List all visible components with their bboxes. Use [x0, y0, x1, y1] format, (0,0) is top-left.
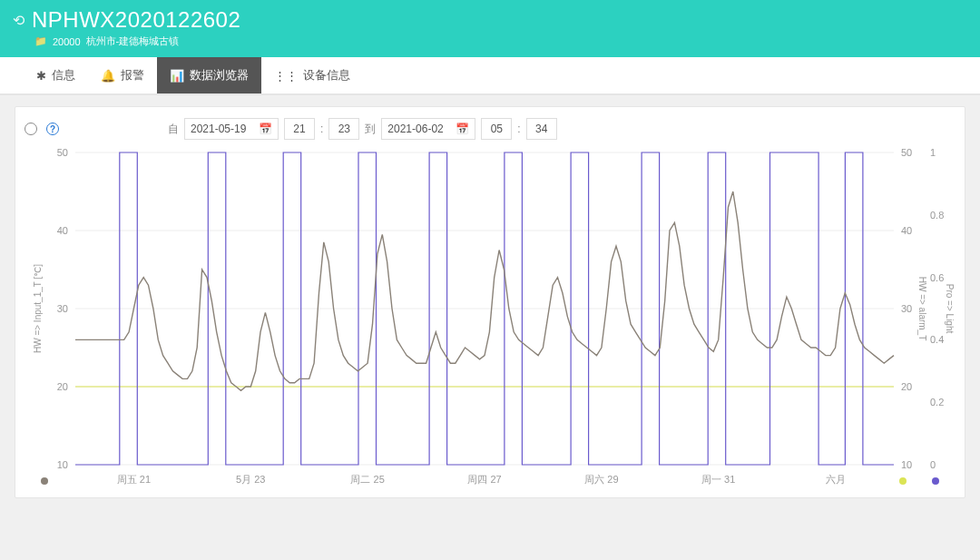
svg-text:HW => Input_1_T [℃]: HW => Input_1_T [℃]	[33, 264, 43, 353]
svg-text:0.6: 0.6	[930, 272, 944, 283]
svg-text:5月 23: 5月 23	[236, 474, 265, 485]
timeseries-chart: 1020304050102030405000.20.40.60.81周五 215…	[24, 147, 957, 492]
svg-text:20: 20	[901, 381, 912, 392]
tab-icon: ✱	[36, 69, 46, 83]
svg-text:40: 40	[901, 225, 912, 236]
svg-point-34	[932, 477, 939, 485]
svg-text:10: 10	[901, 459, 912, 470]
calendar-icon: 📅	[456, 123, 469, 135]
tab-icon: 📊	[170, 69, 184, 83]
svg-text:50: 50	[57, 147, 68, 158]
help-icon[interactable]: ?	[46, 123, 59, 135]
svg-text:0: 0	[930, 459, 936, 470]
tab-icon: 🔔	[101, 69, 115, 83]
svg-point-32	[41, 477, 48, 485]
svg-text:40: 40	[57, 225, 68, 236]
page-title: NPHWX2020122602	[32, 7, 240, 33]
svg-point-33	[899, 477, 906, 485]
to-label: 到	[365, 122, 376, 137]
from-label: 自	[168, 122, 179, 137]
header-code: 20000	[53, 36, 81, 47]
from-hour-input[interactable]: 21	[284, 118, 315, 140]
svg-text:周六 29: 周六 29	[584, 474, 618, 485]
tab-设备信息[interactable]: ⋮⋮设备信息	[261, 57, 363, 93]
from-min-input[interactable]: 23	[328, 118, 359, 140]
tab-icon: ⋮⋮	[274, 69, 298, 83]
svg-text:30: 30	[57, 303, 68, 314]
svg-text:0.8: 0.8	[930, 210, 944, 221]
tab-数据浏览器[interactable]: 📊数据浏览器	[157, 57, 261, 93]
svg-text:1: 1	[930, 147, 936, 158]
folder-icon: 📁	[34, 35, 47, 47]
calendar-icon: 📅	[259, 123, 272, 135]
from-date-input[interactable]: 2021-05-19 📅	[184, 118, 279, 140]
clock-icon[interactable]	[24, 123, 37, 135]
tab-报警[interactable]: 🔔报警	[88, 57, 157, 93]
svg-text:Pro => Light: Pro => Light	[945, 284, 955, 334]
chart-panel: ? 自 2021-05-19 📅 21 : 23 到 2021-06-02 📅 …	[15, 106, 965, 498]
svg-text:周五 21: 周五 21	[117, 474, 151, 485]
svg-text:HW => alarm_T: HW => alarm_T	[917, 277, 927, 341]
svg-text:周二 25: 周二 25	[350, 474, 384, 485]
svg-text:20: 20	[57, 381, 68, 392]
to-date-input[interactable]: 2021-06-02 📅	[381, 118, 475, 140]
back-icon[interactable]: ⟲	[13, 12, 24, 29]
chart-toolbar: ? 自 2021-05-19 📅 21 : 23 到 2021-06-02 📅 …	[24, 118, 956, 140]
svg-text:周一 31: 周一 31	[701, 474, 735, 485]
to-min-input[interactable]: 34	[526, 118, 557, 140]
svg-text:30: 30	[901, 303, 912, 314]
svg-text:0.2: 0.2	[930, 397, 944, 408]
header-location: 杭州市-建德梅城古镇	[86, 34, 180, 48]
to-hour-input[interactable]: 05	[481, 118, 512, 140]
svg-text:50: 50	[901, 147, 912, 158]
svg-text:0.4: 0.4	[930, 334, 944, 345]
svg-text:六月: 六月	[826, 474, 846, 485]
svg-text:10: 10	[57, 459, 68, 470]
tab-bar: ✱信息🔔报警📊数据浏览器⋮⋮设备信息	[0, 57, 980, 95]
svg-text:周四 27: 周四 27	[467, 474, 501, 485]
tab-信息[interactable]: ✱信息	[24, 57, 88, 93]
